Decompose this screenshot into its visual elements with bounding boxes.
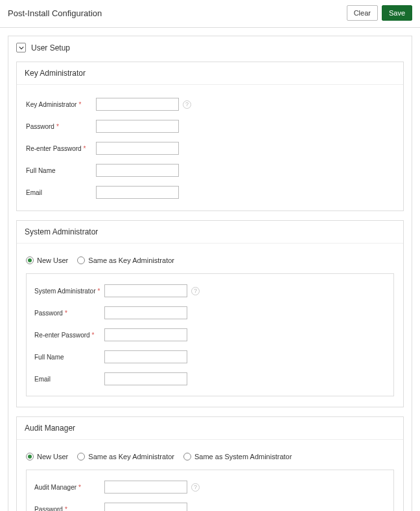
system-administrator-group: System Administrator New User Same as Ke… [16,220,404,407]
key-admin-reenter-input[interactable] [96,142,179,155]
key-administrator-group: Key Administrator Key Administrator* ? P… [16,62,404,211]
main-content: User Setup Key Administrator Key Adminis… [0,28,420,511]
help-icon[interactable]: ? [191,287,200,295]
field-row-password: Password* [34,306,386,319]
user-setup-section: User Setup Key Administrator Key Adminis… [8,36,412,511]
section-header: User Setup [16,43,404,52]
required-asterisk: * [92,332,95,339]
required-asterisk: * [84,145,86,152]
key-admin-fullname-input[interactable] [96,164,179,177]
required-asterisk: * [97,288,100,295]
label-text: Password [26,123,54,130]
save-button[interactable]: Save [382,5,412,21]
radio-label: Same as Key Administrator [88,453,174,460]
form-fields: System Administrator* ? Password* Re-ent… [26,273,394,396]
group-body: Key Administrator* ? Password* Re-enter … [17,85,403,210]
clear-button[interactable]: Clear [347,5,378,21]
radio-icon [26,453,34,460]
field-row-reenter: Re-enter Password* [34,328,386,341]
radio-label: Same as System Administrator [194,453,292,460]
field-row-fullname: Full Name [34,350,386,363]
header-actions: Clear Save [347,5,412,21]
sys-admin-reenter-input[interactable] [104,328,187,341]
key-admin-username-input[interactable] [96,98,179,111]
field-label: Password* [26,123,96,130]
form-fields: Audit Manager* ? Password* Re-enter Pass… [26,470,394,511]
group-header: Key Administrator [17,62,403,85]
field-row-reenter: Re-enter Password* [26,142,394,155]
radio-label: Same as Key Administrator [88,256,174,264]
field-label: Email [34,376,104,383]
group-body: New User Same as Key Administrator Syste… [17,244,403,407]
field-label: Key Administrator* [26,101,96,108]
label-text: Re-enter Password [26,145,82,152]
field-label: Password* [34,310,104,317]
radio-icon [77,453,85,460]
audit-manager-group: Audit Manager New User Same as Key Admin… [16,416,404,511]
radio-same-key-admin[interactable]: Same as Key Administrator [77,256,174,264]
help-icon[interactable]: ? [183,100,191,109]
required-asterisk: * [78,484,81,491]
group-header: Audit Manager [17,417,403,440]
radio-new-user[interactable]: New User [26,453,68,460]
radio-icon [183,453,191,460]
field-label: Re-enter Password* [34,332,104,339]
field-label: Full Name [34,354,104,361]
label-text: Audit Manager [34,484,76,491]
required-asterisk: * [65,506,67,512]
field-label: System Administrator* [34,288,104,295]
audit-mgr-password-input[interactable] [104,503,187,511]
form-fields: Key Administrator* ? Password* Re-enter … [26,94,394,200]
caret-down-icon [19,46,24,50]
field-row-email: Email [26,186,394,199]
field-row-sys-admin: System Administrator* ? [34,284,386,297]
radio-row: New User Same as Key Administrator [26,256,394,264]
label-text: Re-enter Password [34,332,90,339]
label-text: Password [34,310,63,317]
audit-mgr-username-input[interactable] [104,481,187,494]
field-row-fullname: Full Name [26,164,394,177]
label-text: Password [34,506,63,512]
radio-icon [77,256,85,264]
field-row-email: Email [34,372,386,385]
radio-new-user[interactable]: New User [26,256,68,264]
key-admin-password-input[interactable] [96,120,179,133]
radio-row: New User Same as Key Administrator Same … [26,453,394,460]
section-title: User Setup [31,43,70,52]
field-row-password: Password* [26,120,394,133]
label-text: System Administrator [34,288,95,295]
group-body: New User Same as Key Administrator Same … [17,440,403,511]
field-row-audit-mgr: Audit Manager* ? [34,481,386,494]
radio-same-key-admin[interactable]: Same as Key Administrator [77,453,174,460]
field-label: Audit Manager* [34,484,104,491]
field-row-password: Password* [34,503,386,511]
label-text: Key Administrator [26,101,76,108]
radio-label: New User [37,256,68,264]
page-header: Post-Install Configuration Clear Save [0,0,420,28]
radio-label: New User [37,453,68,460]
collapse-toggle[interactable] [16,43,26,52]
required-asterisk: * [78,101,81,108]
field-label: Full Name [26,167,96,174]
sys-admin-password-input[interactable] [104,306,187,319]
sys-admin-email-input[interactable] [104,372,187,385]
field-label: Password* [34,506,104,512]
group-header: System Administrator [17,221,403,244]
page-title: Post-Install Configuration [8,8,102,18]
required-asterisk: * [56,123,59,130]
radio-icon [26,256,34,264]
field-label: Email [26,189,96,196]
help-icon[interactable]: ? [191,483,200,492]
radio-same-sys-admin[interactable]: Same as System Administrator [183,453,292,460]
field-label: Re-enter Password* [26,145,96,152]
required-asterisk: * [65,310,67,317]
sys-admin-fullname-input[interactable] [104,350,187,363]
sys-admin-username-input[interactable] [104,284,187,297]
key-admin-email-input[interactable] [96,186,179,199]
field-row-key-admin: Key Administrator* ? [26,98,394,111]
